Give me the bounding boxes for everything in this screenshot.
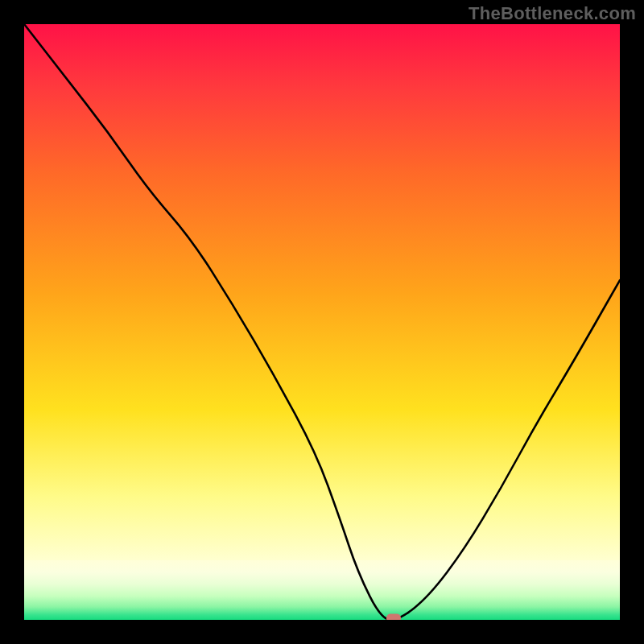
- plot-area: [24, 24, 620, 620]
- minimum-marker: [386, 614, 401, 621]
- watermark-text: TheBottleneck.com: [469, 3, 636, 24]
- bottleneck-curve: [24, 24, 620, 620]
- chart-frame: TheBottleneck.com: [0, 0, 644, 644]
